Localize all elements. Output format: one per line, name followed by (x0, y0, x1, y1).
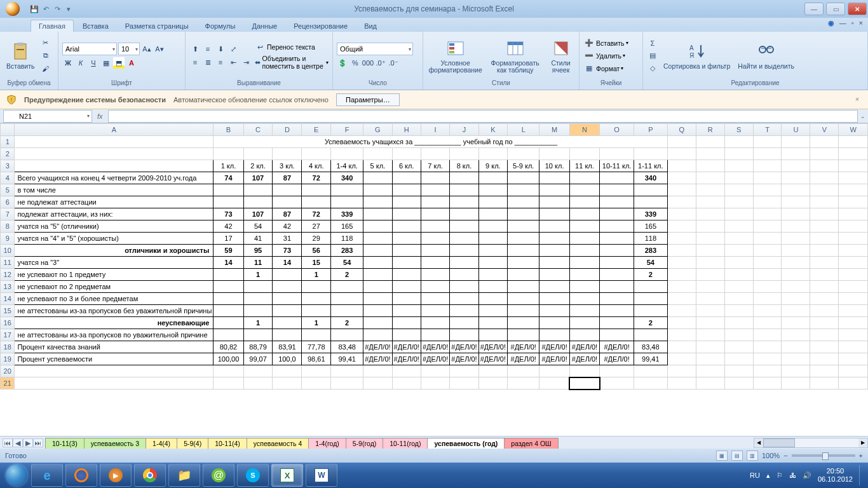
sheet-tab[interactable]: 1-4(4) (146, 438, 177, 449)
sheet-nav-last-icon[interactable]: ⏭ (33, 438, 43, 447)
col-header[interactable]: K (478, 124, 507, 136)
task-firefox[interactable] (65, 464, 97, 487)
task-wmp[interactable]: ▶ (100, 464, 132, 487)
col-header[interactable]: L (508, 124, 539, 136)
ribbon-restore-icon[interactable]: ▫ (851, 19, 854, 27)
formula-expand-icon[interactable]: ⌄ (858, 113, 868, 119)
view-pagelayout-icon[interactable]: ▤ (731, 451, 743, 461)
sheet-nav-first-icon[interactable]: ⏮ (3, 438, 13, 447)
delete-cells-button[interactable]: ➖Удалить▾ (583, 50, 628, 62)
align-top-icon[interactable]: ⬆ (189, 43, 201, 55)
col-header[interactable]: F (331, 124, 363, 136)
tab-home[interactable]: Главная (31, 20, 74, 32)
sheet-tab[interactable]: успеваемость (год) (427, 438, 505, 449)
start-button[interactable] (4, 463, 29, 488)
bold-button[interactable]: Ж (62, 57, 74, 69)
col-header[interactable]: J (450, 124, 478, 136)
task-skype[interactable]: S (237, 464, 269, 487)
col-header[interactable]: C (243, 124, 273, 136)
number-format-combo[interactable]: Общий (337, 43, 413, 55)
accounting-icon[interactable]: 💲 (337, 57, 348, 69)
align-center-icon[interactable]: ≣ (202, 57, 214, 68)
tab-pagelayout[interactable]: Разметка страницы (118, 20, 196, 32)
cell-styles-button[interactable]: Стили ячеек (546, 37, 575, 75)
find-select-button[interactable]: Найти и выделить (735, 40, 797, 71)
col-header[interactable]: A (15, 124, 214, 136)
align-bottom-icon[interactable]: ⬇ (215, 43, 226, 55)
format-table-button[interactable]: Форматировать как таблицу (486, 37, 544, 75)
task-chrome[interactable] (134, 464, 166, 487)
col-header[interactable]: E (302, 124, 331, 136)
redo-icon[interactable]: ↷ (52, 4, 62, 14)
close-button[interactable]: ✕ (848, 3, 867, 15)
secwarn-close-icon[interactable]: × (853, 95, 862, 104)
sheet-tab[interactable]: успеваемость 3 (84, 438, 146, 449)
col-header[interactable]: N (569, 124, 599, 136)
col-header[interactable]: D (273, 124, 302, 136)
border-icon[interactable]: ▦ (100, 57, 112, 69)
clear-icon[interactable]: ◇ (647, 63, 658, 74)
sheet-nav-next-icon[interactable]: ▶ (23, 438, 33, 447)
sheet-tab[interactable]: раздел 4 ОШ (504, 438, 558, 449)
col-header[interactable]: B (214, 124, 243, 136)
maximize-button[interactable]: ▭ (826, 3, 845, 15)
task-mail[interactable]: @ (203, 464, 234, 487)
formula-input[interactable] (108, 110, 858, 123)
view-pagebreak-icon[interactable]: ▥ (747, 451, 758, 461)
tab-insert[interactable]: Вставка (75, 20, 116, 32)
sheet-tab[interactable]: 10-11(4) (208, 438, 247, 449)
col-header[interactable]: Q (667, 124, 696, 136)
sort-filter-button[interactable]: AЯСортировка и фильтр (661, 40, 733, 71)
col-header[interactable]: P (634, 124, 668, 136)
indent-inc-icon[interactable]: ⇥ (240, 57, 252, 68)
qat-more-icon[interactable]: ▾ (64, 4, 74, 14)
tray-volume-icon[interactable]: 🔊 (803, 471, 811, 480)
format-painter-icon[interactable]: 🖌 (40, 63, 51, 74)
inc-decimal-icon[interactable]: .0⁺ (375, 57, 386, 69)
cut-icon[interactable]: ✂ (40, 37, 51, 49)
col-header[interactable]: G (363, 124, 392, 136)
col-header[interactable]: R (696, 124, 724, 136)
font-name-combo[interactable]: Arial (62, 43, 117, 55)
sheet-tab[interactable]: 10-11(год) (383, 438, 428, 449)
percent-icon[interactable]: % (349, 57, 361, 69)
sheet-tab[interactable]: 1-4(год) (308, 438, 346, 449)
italic-button[interactable]: К (75, 57, 86, 69)
tray-network-icon[interactable]: 🖧 (789, 471, 796, 479)
help-icon[interactable]: ◉ (828, 19, 834, 27)
paste-button[interactable]: Вставить (4, 40, 37, 71)
fill-icon[interactable]: ▤ (647, 50, 658, 62)
underline-button[interactable]: Ч (88, 57, 99, 69)
dec-decimal-icon[interactable]: .0⁻ (388, 57, 399, 69)
task-ie[interactable]: e (31, 464, 63, 487)
cond-format-button[interactable]: Условное форматирование (427, 37, 484, 75)
zoom-in-icon[interactable]: + (859, 452, 863, 459)
comma-icon[interactable]: 000 (362, 57, 374, 69)
font-size-combo[interactable]: 10 (118, 43, 140, 55)
col-header[interactable]: U (782, 124, 810, 136)
sheet-tab[interactable]: 5-9(4) (177, 438, 208, 449)
col-header[interactable]: S (724, 124, 753, 136)
fx-icon[interactable]: fx (92, 112, 108, 120)
minimize-button[interactable]: — (804, 3, 824, 15)
worksheet-grid[interactable]: ABCDEFGHIJKLMNOPQRSTUVW1Успеваемость уча… (0, 123, 868, 436)
col-header[interactable]: M (539, 124, 569, 136)
horizontal-scrollbar[interactable]: ◀▶ (754, 438, 868, 448)
secwarn-options-button[interactable]: Параметры… (336, 93, 400, 106)
tab-data[interactable]: Данные (244, 20, 285, 32)
task-explorer[interactable]: 📁 (168, 464, 200, 487)
align-right-icon[interactable]: ≡ (215, 57, 226, 68)
font-color-icon[interactable]: A (126, 57, 137, 69)
decrease-font-icon[interactable]: A▾ (154, 43, 165, 55)
task-excel[interactable]: X (271, 464, 303, 487)
tab-review[interactable]: Рецензирование (286, 20, 355, 32)
sheet-nav-prev-icon[interactable]: ◀ (13, 438, 23, 447)
undo-icon[interactable]: ↶ (41, 4, 51, 14)
increase-font-icon[interactable]: A▴ (141, 43, 153, 55)
sheet-tab[interactable]: 10-11(3) (45, 438, 85, 449)
ribbon-close-icon[interactable]: × (859, 19, 863, 27)
name-box[interactable]: N21 (3, 110, 92, 123)
col-header[interactable]: O (600, 124, 634, 136)
wrap-text-button[interactable]: ↩Перенос текста (254, 41, 329, 53)
col-header[interactable]: H (392, 124, 421, 136)
